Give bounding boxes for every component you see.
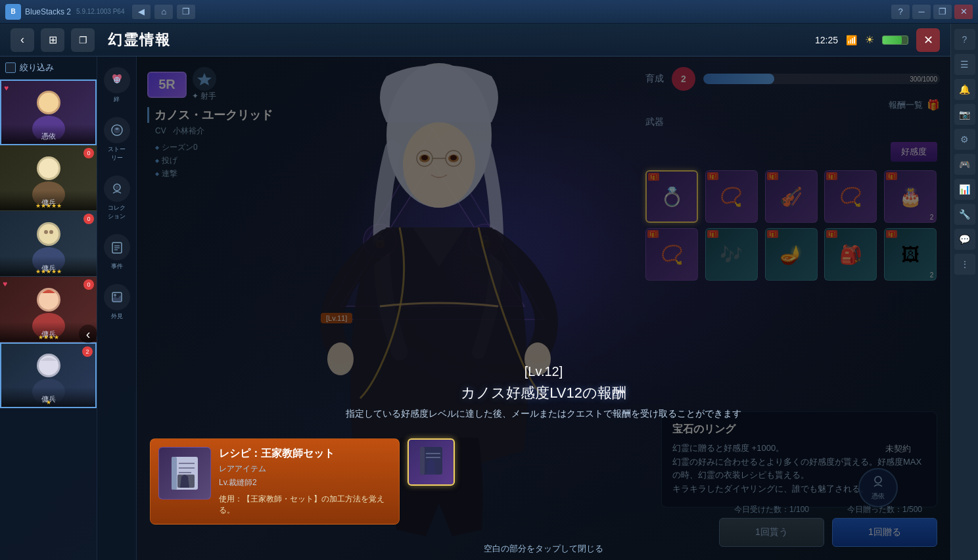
story-icon — [104, 117, 130, 143]
filter-label: 絞り込み — [20, 62, 54, 74]
top-bar-right: 12:25 📶 ☀ ✕ — [815, 28, 940, 52]
item-preview-slot — [408, 438, 455, 486]
game-copy-btn[interactable]: ❐ — [71, 28, 95, 52]
char-stars-2: ★★★★★ — [0, 202, 97, 209]
brightness-icon: ☀ — [865, 34, 874, 46]
left-nav: 絆 ストーリー コレクション — [97, 57, 137, 560]
nav-story[interactable]: ストーリー — [104, 117, 130, 162]
game-back-btn[interactable]: ‹ — [11, 28, 34, 52]
nav-incident[interactable]: 事件 — [104, 234, 130, 271]
game-grid-btn[interactable]: ⊞ — [41, 28, 64, 52]
page-title: 幻霊情報 — [108, 30, 171, 50]
close-window-btn[interactable]: ✕ — [954, 5, 973, 19]
char-item-3[interactable]: 0 傭兵 ★★★★★ — [0, 211, 97, 277]
restore-btn[interactable]: ❐ — [933, 5, 952, 19]
item-desc: 使用：【王家教師・セット】の加工方法を覚える。 — [219, 494, 391, 516]
svg-point-8 — [39, 224, 58, 244]
svg-point-5 — [39, 158, 58, 178]
game-top-bar: ‹ ⊞ ❐ 幻霊情報 12:25 📶 ☀ ✕ — [0, 24, 950, 57]
nav-back-btn[interactable]: ◀ — [132, 5, 151, 19]
popup-content: レシピ：王家教師セット レアアイテム Lv.裁縫師2 使用：【王家教師・セット】… — [137, 438, 950, 538]
svg-point-21 — [115, 185, 119, 189]
title-bar-nav: ◀ ⌂ ❐ — [132, 5, 195, 19]
app-name: BlueStacks 2 — [25, 7, 71, 16]
popup-overlay[interactable]: [Lv.12] カノス好感度LV12の報酬 指定している好感度レベルに達した後、… — [137, 57, 950, 560]
popup-title: カノス好感度LV12の報酬 — [346, 383, 741, 403]
sidebar-btn-9[interactable]: 💬 — [954, 229, 975, 250]
filter-button[interactable]: 絞り込み — [0, 57, 97, 80]
item-thumb-icon — [168, 454, 201, 493]
popup-lv-label: [Lv.12] — [346, 364, 741, 379]
item-thumb — [158, 447, 211, 500]
nav-collection-label: コレクション — [108, 204, 126, 221]
appearance-icon — [104, 284, 130, 310]
app-logo: B — [5, 4, 21, 20]
help-btn[interactable]: ? — [891, 5, 910, 19]
game-close-btn[interactable]: ✕ — [916, 28, 940, 52]
minimize-btn[interactable]: ─ — [912, 5, 931, 19]
popup-close-text[interactable]: 空白の部分をタップして閉じる — [478, 538, 609, 560]
nav-story-label: ストーリー — [108, 145, 126, 162]
sidebar-btn-5[interactable]: ⚙ — [954, 129, 975, 150]
nav-appearance-label: 外見 — [111, 312, 123, 321]
sidebar-btn-8[interactable]: 🔧 — [954, 204, 975, 225]
nav-home-btn[interactable]: ⌂ — [154, 5, 173, 19]
sidebar-btn-2[interactable]: ☰ — [954, 54, 975, 75]
sidebar-btn-7[interactable]: 📊 — [954, 179, 975, 200]
char-label-1: 憑依 — [1, 131, 95, 141]
item-name: レシピ：王家教師セット — [219, 447, 391, 461]
nav-kizuna-label: 絆 — [114, 95, 120, 104]
battery-fill — [883, 36, 902, 44]
battery-bar — [882, 35, 908, 45]
sidebar-btn-1[interactable]: ? — [954, 29, 975, 50]
svg-rect-53 — [420, 447, 425, 475]
item-tooltip-card: レシピ：王家教師セット レアアイテム Lv.裁縫師2 使用：【王家教師・セット】… — [150, 438, 400, 525]
time-display: 12:25 — [815, 35, 838, 45]
char-stars-3: ★★★★★ — [0, 268, 97, 275]
sidebar-btn-6[interactable]: 🎮 — [954, 154, 975, 175]
window-controls: ? ─ ❐ ✕ — [891, 5, 973, 19]
svg-rect-47 — [172, 457, 177, 490]
item-level: Lv.裁縫師2 — [219, 477, 391, 488]
main-game-area: ‹ ⊞ ❐ 幻霊情報 12:25 📶 ☀ ✕ 絞り込み — [0, 24, 950, 560]
wifi-icon: 📶 — [846, 35, 857, 45]
preview-icon — [418, 446, 444, 478]
item-info: レシピ：王家教師セット レアアイテム Lv.裁縫師2 使用：【王家教師・セット】… — [219, 447, 391, 516]
sidebar-btn-10[interactable]: ⋮ — [954, 254, 975, 275]
char-heart-1: ♥ — [4, 83, 9, 93]
char-item-1[interactable]: ♥ 憑依 — [0, 80, 97, 145]
nav-appearance[interactable]: 外見 — [104, 284, 130, 321]
char-stars-5: ★ — [1, 399, 95, 406]
character-list: 絞り込み ♥ 憑依 0 — [0, 57, 97, 560]
char-item-5[interactable]: 2 傭兵 ★ — [0, 342, 97, 408]
filter-checkbox[interactable] — [5, 62, 16, 73]
nav-copy-btn[interactable]: ❐ — [177, 5, 195, 19]
char-badge-3: 0 — [83, 214, 94, 224]
scroll-left-btn[interactable]: ‹ — [79, 325, 97, 343]
char-badge-5: 2 — [82, 346, 93, 357]
nav-kizuna[interactable]: 絆 — [104, 67, 130, 104]
app-version: 5.9.12.1003 P64 — [76, 8, 124, 15]
item-rarity: レアアイテム — [219, 463, 391, 475]
svg-point-27 — [114, 294, 116, 296]
nav-incident-label: 事件 — [111, 262, 123, 271]
incident-icon — [104, 234, 130, 260]
title-bar: B BlueStacks 2 5.9.12.1003 P64 ◀ ⌂ ❐ ? ─… — [0, 0, 978, 24]
nav-collection[interactable]: コレクション — [104, 175, 130, 221]
collection-icon — [104, 175, 130, 202]
sidebar-btn-3[interactable]: 🔔 — [954, 79, 975, 100]
svg-point-9 — [44, 230, 48, 234]
sidebar-btn-4[interactable]: 📷 — [954, 104, 975, 125]
char-badge-2: 0 — [83, 148, 94, 158]
svg-point-2 — [39, 93, 58, 112]
popup-subtitle: 指定している好感度レベルに達した後、メールまたはクエストで報酬を受け取ることがで… — [346, 408, 741, 420]
svg-point-10 — [49, 230, 53, 234]
popup-header: [Lv.12] カノス好感度LV12の報酬 指定している好感度レベルに達した後、… — [346, 364, 741, 431]
char-badge-4: 0 — [83, 279, 94, 290]
char-item-2[interactable]: 0 傭兵 ★★★★★ — [0, 145, 97, 211]
kizuna-icon — [104, 67, 130, 93]
right-sidebar: ? ☰ 🔔 📷 ⚙ 🎮 📊 🔧 💬 ⋮ — [950, 24, 978, 560]
